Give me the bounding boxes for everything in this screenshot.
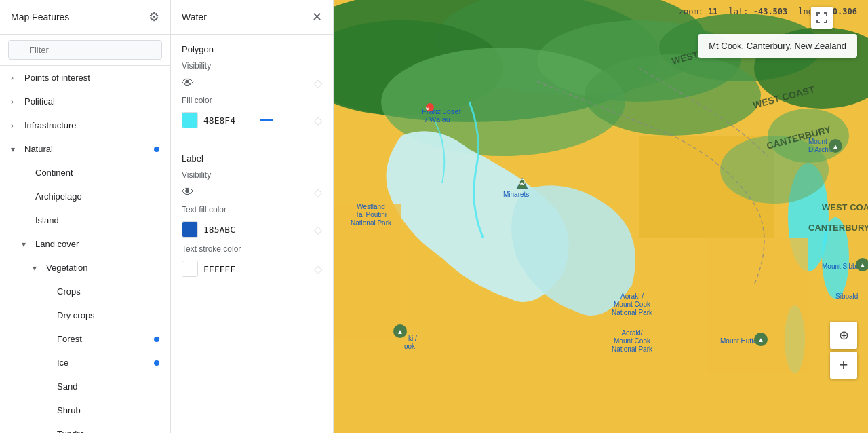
sidebar-item-label: Dry crops bbox=[57, 310, 159, 320]
fill-color-swatch[interactable] bbox=[182, 112, 198, 128]
text-fill-color-hex: 185ABC bbox=[203, 225, 235, 235]
eye-icon[interactable]: 👁 bbox=[182, 76, 194, 90]
map-tooltip-text: Mt Cook, Canterbury, New Zealand bbox=[709, 41, 846, 51]
sidebar-item-infrastructure[interactable]: ›Infrastructure bbox=[0, 113, 170, 137]
fill-color-diamond[interactable]: ◇ bbox=[314, 114, 322, 127]
svg-text:Mount Cook: Mount Cook bbox=[614, 337, 651, 345]
chevron-icon: › bbox=[11, 97, 19, 107]
text-stroke-diamond[interactable]: ◇ bbox=[314, 263, 322, 276]
svg-rect-14 bbox=[707, 238, 808, 373]
chevron-icon: ▾ bbox=[33, 263, 41, 273]
sidebar-item-label: Archipelago bbox=[35, 191, 159, 202]
fill-color-swatch-wrap[interactable]: 48E8F4 bbox=[182, 112, 235, 128]
text-fill-color-label: Text fill color bbox=[171, 202, 333, 214]
label-eye-icon[interactable]: 👁 bbox=[182, 185, 194, 200]
svg-text:Mount: Mount bbox=[808, 138, 827, 145]
label-visibility-label: Visibility bbox=[171, 168, 333, 180]
sidebar-item-sand[interactable]: Sand bbox=[0, 375, 170, 398]
text-stroke-swatch-wrap[interactable]: FFFFFF bbox=[182, 261, 235, 277]
sidebar-item-label: Tundra bbox=[57, 429, 159, 433]
svg-text:Westland: Westland bbox=[357, 203, 385, 210]
filter-bar: ☰ bbox=[0, 35, 170, 66]
sidebar-item-points-of-interest[interactable]: ›Points of interest bbox=[0, 66, 170, 90]
sidebar-item-continent[interactable]: Continent bbox=[0, 161, 170, 185]
map-area[interactable]: zoom: 11 lat: -43.503 lng: 170.306 Mt Co… bbox=[334, 0, 868, 433]
svg-text:Minarets: Minarets bbox=[503, 191, 529, 198]
chevron-icon: ▾ bbox=[11, 145, 19, 154]
text-fill-diamond[interactable]: ◇ bbox=[314, 223, 322, 236]
nav-items-container: ›Points of interest›Political›Infrastruc… bbox=[0, 66, 170, 433]
sidebar-item-label: Natural bbox=[24, 144, 154, 154]
svg-text:Aoraki /: Aoraki / bbox=[620, 293, 644, 300]
sidebar-item-dry-crops[interactable]: Dry crops bbox=[0, 303, 170, 327]
label-section-title: Label bbox=[171, 144, 333, 168]
svg-text:National Park: National Park bbox=[351, 219, 392, 227]
sidebar-item-label: Forest bbox=[57, 334, 154, 344]
label-visibility-diamond[interactable]: ◇ bbox=[314, 186, 322, 199]
filter-input[interactable] bbox=[8, 40, 162, 60]
close-button[interactable]: ✕ bbox=[312, 10, 322, 24]
sidebar-item-political[interactable]: ›Political bbox=[0, 90, 170, 113]
polygon-visibility-diamond[interactable]: ◇ bbox=[314, 77, 322, 90]
svg-text:ki /: ki / bbox=[408, 335, 417, 342]
svg-text:▲: ▲ bbox=[859, 261, 866, 269]
left-panel: Map Features ⚙ ☰ ›Points of interest›Pol… bbox=[0, 0, 171, 433]
chevron-icon: › bbox=[11, 121, 19, 130]
fill-color-label: Fill color bbox=[171, 93, 333, 105]
fill-color-hex: 48E8F4 bbox=[203, 115, 235, 126]
sidebar-item-island[interactable]: Island bbox=[0, 208, 170, 232]
sidebar-item-crops[interactable]: Crops bbox=[0, 280, 170, 303]
text-stroke-color-row: FFFFFF ◇ bbox=[171, 257, 333, 281]
location-button[interactable]: ⊕ bbox=[830, 322, 857, 349]
filter-wrap: ☰ bbox=[8, 40, 162, 60]
gear-icon[interactable]: ⚙ bbox=[149, 10, 159, 24]
mid-panel-header: Water ✕ bbox=[171, 0, 333, 35]
svg-text:National Park: National Park bbox=[612, 309, 653, 316]
sidebar-item-natural[interactable]: ▾Natural bbox=[0, 137, 170, 161]
sidebar-item-archipelago[interactable]: Archipelago bbox=[0, 185, 170, 208]
sidebar-item-land-cover[interactable]: ▾Land cover bbox=[0, 232, 170, 256]
active-dot bbox=[154, 337, 159, 342]
sidebar-item-vegetation[interactable]: ▾Vegetation bbox=[0, 256, 170, 280]
map-features-title: Map Features bbox=[11, 12, 69, 22]
sidebar-item-tundra[interactable]: Tundra bbox=[0, 422, 170, 433]
svg-text:National Park: National Park bbox=[612, 345, 653, 353]
zoom-in-button[interactable]: + bbox=[830, 352, 857, 379]
sidebar-item-forest[interactable]: Forest bbox=[0, 327, 170, 351]
map-visualization: WEST COAST WEST COAST CANTERBURY WEST CO… bbox=[334, 0, 868, 433]
sidebar-item-label: Shrub bbox=[57, 405, 159, 415]
text-fill-color-row: 185ABC ◇ bbox=[171, 217, 333, 242]
label-visibility-row: 👁 ◇ bbox=[171, 183, 333, 202]
sidebar-item-label: Political bbox=[24, 96, 159, 107]
fill-minus-indicator bbox=[260, 119, 273, 121]
sidebar-item-label: Ice bbox=[57, 358, 154, 368]
text-fill-color-swatch[interactable] bbox=[182, 221, 198, 238]
sidebar-item-label: Vegetation bbox=[46, 263, 159, 273]
svg-text:Mount Cook: Mount Cook bbox=[614, 301, 651, 308]
svg-text:WEST COAST: WEST COAST bbox=[822, 202, 868, 212]
sidebar-item-shrub[interactable]: Shrub bbox=[0, 398, 170, 422]
sidebar-item-ice[interactable]: Ice bbox=[0, 351, 170, 375]
text-fill-swatch-wrap[interactable]: 185ABC bbox=[182, 221, 235, 238]
svg-text:▲: ▲ bbox=[521, 181, 524, 185]
svg-text:Sibbald: Sibbald bbox=[835, 293, 858, 300]
text-stroke-color-label: Text stroke color bbox=[171, 242, 333, 254]
text-stroke-color-hex: FFFFFF bbox=[203, 264, 235, 274]
map-expand-button[interactable] bbox=[811, 7, 833, 29]
fill-color-row: 48E8F4 ◇ bbox=[171, 108, 333, 132]
left-panel-header: Map Features ⚙ bbox=[0, 0, 170, 35]
sidebar-item-label: Land cover bbox=[35, 239, 159, 249]
expand-icon bbox=[816, 12, 828, 24]
chevron-icon: ▾ bbox=[22, 240, 30, 249]
sidebar-item-label: Crops bbox=[57, 286, 159, 297]
svg-text:6: 6 bbox=[426, 105, 429, 111]
svg-text:▲: ▲ bbox=[832, 143, 839, 150]
water-panel-title: Water bbox=[182, 12, 207, 22]
text-stroke-color-swatch[interactable] bbox=[182, 261, 198, 277]
polygon-visibility-label: Visibility bbox=[171, 58, 333, 71]
svg-text:/ Waiau: / Waiau bbox=[425, 115, 450, 124]
active-dot bbox=[154, 360, 159, 366]
sidebar-item-label: Sand bbox=[57, 381, 159, 392]
polygon-visibility-row: 👁 ◇ bbox=[171, 73, 333, 93]
active-dot bbox=[154, 147, 159, 152]
